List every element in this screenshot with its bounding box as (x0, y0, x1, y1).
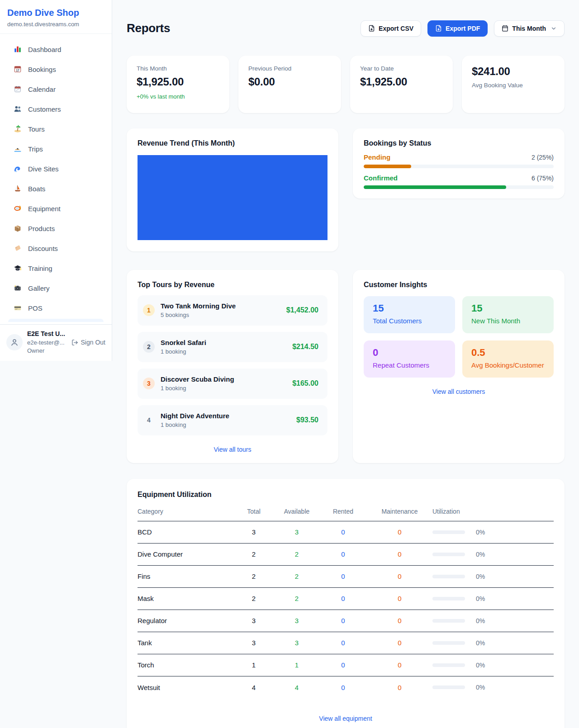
sidebar-item-label: POS (28, 304, 43, 312)
tour-name: Discover Scuba Diving (161, 375, 234, 383)
sidebar-item-gallery[interactable]: Gallery (5, 279, 106, 297)
rank-badge: 3 (143, 378, 155, 389)
training-icon (14, 264, 22, 272)
pos-icon (14, 304, 22, 312)
shop-domain: demo.test.divestreams.com (7, 21, 104, 28)
cell-rented: 0 (319, 572, 367, 580)
tour-revenue: $214.50 (292, 343, 318, 351)
cell-rented: 0 (319, 550, 367, 558)
status-label: Pending (364, 153, 390, 161)
cell-maintenance: 0 (367, 550, 432, 558)
tour-bookings: 1 booking (161, 348, 206, 355)
column-header: Total (233, 508, 274, 515)
sidebar-item-trips[interactable]: Trips (5, 140, 106, 158)
table-row: BCD 3 3 0 0 0% (138, 521, 554, 544)
main-content: Reports Export CSV Export PDF This Month… (112, 0, 579, 728)
calendar-icon (14, 85, 22, 93)
progress-track (364, 165, 554, 168)
cell-available: 2 (274, 550, 319, 558)
cell-utilization: 0% (476, 551, 485, 558)
insight-value: 0 (373, 347, 446, 359)
cell-category: Mask (138, 595, 233, 602)
table-row: Tank 3 3 0 0 0% (138, 632, 554, 654)
user-info: E2E Test U... e2e-tester@... Owner (27, 330, 65, 355)
insight-value: 15 (471, 303, 545, 314)
user-role: Owner (27, 347, 65, 355)
tour-row: 3 Discover Scuba Diving 1 booking $165.0… (138, 369, 327, 399)
table-row: Wetsuit 4 4 0 0 0% (138, 676, 554, 699)
period-dropdown[interactable]: This Month (494, 20, 565, 37)
chevron-down-icon (551, 25, 557, 32)
column-header: Utilization (432, 508, 554, 515)
export-pdf-button[interactable]: Export PDF (427, 20, 488, 37)
stat-card-this-month: This Month $1,925.00 +0% vs last month (127, 56, 229, 113)
products-icon (14, 224, 22, 232)
sidebar-item-calendar[interactable]: Calendar (5, 80, 106, 98)
file-download-icon (435, 25, 442, 32)
shop-header: Demo Dive Shop demo.test.divestreams.com (0, 0, 112, 34)
table-row: Mask 2 2 0 0 0% (138, 588, 554, 610)
tour-name: Night Dive Adventure (161, 412, 229, 420)
user-name: E2E Test U... (27, 330, 65, 338)
view-all-equipment-link[interactable]: View all equipment (138, 715, 554, 722)
sidebar-item-reports-selected-partial[interactable] (8, 319, 104, 322)
sign-out-button[interactable]: Sign Out (71, 339, 105, 346)
cell-utilization: 0% (476, 662, 485, 669)
cell-utilization: 0% (476, 684, 485, 691)
cell-maintenance: 0 (367, 528, 432, 536)
utilization-bar (432, 597, 465, 600)
sidebar: Demo Dive Shop demo.test.divestreams.com… (0, 0, 112, 361)
sidebar-item-products[interactable]: Products (5, 219, 106, 237)
sidebar-item-equipment[interactable]: Equipment (5, 199, 106, 217)
trips-icon (14, 145, 22, 153)
svg-text:17: 17 (16, 69, 19, 72)
table-row: Torch 1 1 0 0 0% (138, 654, 554, 676)
sidebar-item-pos[interactable]: POS (5, 299, 106, 317)
customer-insights-title: Customer Insights (364, 281, 554, 289)
cell-utilization: 0% (476, 617, 485, 624)
progress-fill (364, 185, 506, 189)
cell-category: Dive Computer (138, 550, 233, 558)
stat-value: $0.00 (248, 76, 331, 88)
customer-insights-card: Customer Insights 15 Total Customers 15 … (353, 270, 565, 463)
cell-utilization: 0% (476, 639, 485, 647)
table-row: Fins 2 2 0 0 0% (138, 566, 554, 588)
insight-tile-repeat-customers: 0 Repeat Customers (364, 340, 455, 378)
status-label: Confirmed (364, 174, 398, 182)
cell-category: Regulator (138, 617, 233, 624)
equipment-icon (14, 204, 22, 213)
sidebar-item-label: Gallery (28, 284, 50, 292)
utilization-bar (432, 663, 465, 667)
sidebar-item-dive-sites[interactable]: Dive Sites (5, 160, 106, 178)
insight-tile-new-this-month: 15 New This Month (462, 296, 554, 333)
user-footer: E2E Test U... e2e-tester@... Owner Sign … (0, 324, 112, 361)
export-csv-button[interactable]: Export CSV (361, 20, 421, 37)
sidebar-item-training[interactable]: Training (5, 259, 106, 277)
cell-available: 3 (274, 528, 319, 536)
cell-rented: 0 (319, 617, 367, 624)
bookings-icon: 17 (14, 65, 22, 73)
sidebar-item-label: Discounts (28, 245, 58, 252)
view-all-customers-link[interactable]: View all customers (364, 388, 554, 395)
sidebar-item-customers[interactable]: Customers (5, 100, 106, 118)
sidebar-item-boats[interactable]: Boats (5, 180, 106, 198)
cell-utilization: 0% (476, 573, 485, 580)
view-all-tours-link[interactable]: View all tours (138, 446, 327, 453)
file-download-icon (368, 25, 375, 32)
tour-revenue: $1,452.00 (286, 306, 318, 314)
cell-maintenance: 0 (367, 661, 432, 669)
export-pdf-label: Export PDF (446, 25, 480, 32)
sidebar-item-label: Bookings (28, 66, 56, 73)
sidebar-item-discounts[interactable]: Discounts (5, 239, 106, 257)
insight-label: Repeat Customers (373, 361, 446, 369)
cell-maintenance: 0 (367, 684, 432, 691)
column-header: Maintenance (367, 508, 432, 515)
cell-maintenance: 0 (367, 595, 432, 602)
cell-total: 3 (233, 617, 274, 624)
utilization-bar (432, 530, 465, 534)
sidebar-item-bookings[interactable]: 17 Bookings (5, 60, 106, 78)
insight-value: 0.5 (471, 347, 545, 359)
sidebar-item-dashboard[interactable]: Dashboard (5, 40, 106, 58)
cell-category: Tank (138, 639, 233, 647)
sidebar-item-tours[interactable]: Tours (5, 120, 106, 138)
